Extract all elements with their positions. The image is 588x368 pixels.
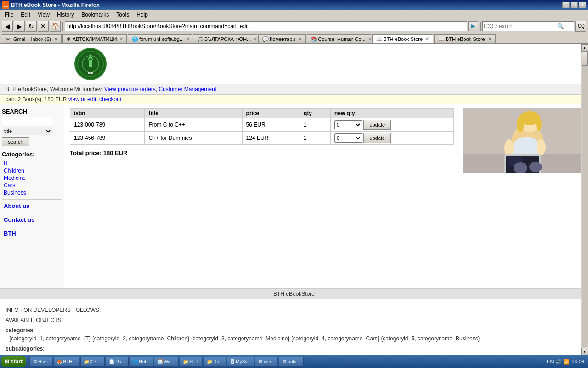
svg-point-12 — [536, 118, 542, 131]
dev-available: AVAILABLE OBJECTS: — [6, 317, 582, 323]
row1-update-button[interactable]: update — [363, 120, 391, 130]
tab-label-course: Course: Human Co... — [318, 36, 366, 42]
taskbar-btn-8[interactable]: 🗄 MySy... — [227, 356, 254, 367]
tab-label-bth2: BTH eBook Store — [446, 36, 485, 42]
table-header-row: isbn title price qty new qty — [70, 109, 454, 118]
taskbar-label-4: Net... — [139, 359, 150, 364]
category-cars[interactable]: Cars — [2, 182, 62, 189]
address-bar[interactable] — [65, 21, 467, 31]
toolbar-separator-1 — [62, 22, 63, 31]
refresh-button[interactable]: ↻ — [26, 21, 37, 32]
about-us-link[interactable]: About us — [2, 199, 62, 210]
taskbar-label-5: Win... — [164, 359, 175, 364]
tab-koment[interactable]: 💬 Коментари ✕ — [258, 34, 306, 43]
back-button[interactable]: ◀ — [2, 21, 13, 32]
tab-close-course[interactable]: ✕ — [368, 36, 371, 41]
taskbar-btn-6[interactable]: 📁 SITE — [180, 356, 203, 367]
taskbar-btn-3[interactable]: 📄 Ro... — [106, 356, 128, 367]
tab-gmail[interactable]: ✉ Gmail - Inbox (6) ✕ — [2, 34, 62, 43]
bth-link[interactable]: BTH — [2, 227, 62, 238]
scrollbar[interactable]: ▲ ▼ — [581, 44, 588, 355]
category-business[interactable]: Business — [2, 189, 62, 196]
bth-logo: BTH — [74, 48, 107, 80]
tab-close-bth-active[interactable]: ✕ — [425, 36, 429, 41]
tab-close-bth2[interactable]: ✕ — [488, 36, 492, 41]
taskbar-icon-8: 🗄 — [230, 359, 235, 364]
row2-new-qty-select[interactable]: 0123 — [334, 133, 362, 143]
tab-bth-active[interactable]: 📖 BTH eBook Store ✕ — [372, 34, 434, 43]
categories-label: Categories: — [2, 151, 62, 158]
icq-button[interactable]: ICQ — [575, 21, 586, 32]
search-text-input[interactable] — [2, 117, 52, 125]
minimize-button[interactable]: _ — [562, 2, 570, 8]
scroll-down-button[interactable]: ▼ — [581, 348, 588, 355]
menu-help[interactable]: Help — [134, 11, 151, 19]
search-button[interactable]: search — [2, 137, 29, 146]
checkout-link[interactable]: checkout — [99, 96, 121, 103]
taskbar-sep-1 — [28, 357, 28, 366]
browser-search-input[interactable] — [484, 23, 557, 29]
tab-bth2[interactable]: 📖 BTH eBook Store ✕ — [434, 34, 496, 43]
taskbar-btn-10[interactable]: 🖥 unhi... — [279, 356, 303, 367]
tab-close-forum[interactable]: ✕ — [187, 36, 190, 41]
row1-new-qty-select[interactable]: 0123 — [334, 120, 362, 129]
category-it[interactable]: IT — [2, 160, 62, 167]
window-controls[interactable]: _ □ ✕ — [562, 2, 586, 8]
window-title: BTH eBook Store - Mozilla Firefox — [11, 2, 100, 8]
svg-point-21 — [529, 162, 542, 172]
menu-view[interactable]: View — [35, 11, 52, 19]
row1-new-qty-cell: 0123 update — [330, 118, 453, 132]
dev-info: INFO FOR DEVELOPERS FOLLOWS: AVAILABLE O… — [0, 299, 588, 357]
forward-button[interactable]: ▶ — [14, 21, 25, 32]
tab-forum[interactable]: 🌐 forum.uni-sofia.bg... ✕ — [128, 34, 192, 43]
taskbar-btn-5[interactable]: 🪟 Win... — [154, 356, 179, 367]
row1-price: 56 EUR — [242, 118, 300, 132]
tab-bg[interactable]: 🎵 БЪЛГАРСКА ФОН... ✕ — [193, 34, 257, 43]
taskbar-btn-7[interactable]: 📁 Do... — [204, 356, 226, 367]
start-button[interactable]: ⊞ start — [1, 356, 26, 367]
stop-button[interactable]: ✕ — [38, 21, 49, 32]
contact-us-link[interactable]: Contact us — [2, 213, 62, 224]
taskbar-btn-9[interactable]: 🖥 con... — [255, 356, 278, 367]
go-button[interactable]: ▶ — [468, 21, 478, 31]
tab-close-bg[interactable]: ✕ — [254, 36, 257, 41]
taskbar-label-6: SITE — [189, 359, 199, 364]
category-children[interactable]: Children — [2, 167, 62, 174]
banner-image — [463, 108, 582, 172]
menu-history[interactable]: History — [54, 11, 77, 19]
close-button[interactable]: ✕ — [579, 2, 586, 8]
taskbar-btn-1[interactable]: 🦊 BTH... — [53, 356, 79, 367]
tab-avto[interactable]: ❄ АВТОКЛИМАТИЦИ ✕ — [62, 34, 127, 43]
taskbar-btn-0[interactable]: 🖥 Hiw... — [29, 356, 52, 367]
taskbar-btn-4[interactable]: 🌐 Net... — [130, 356, 153, 367]
menu-edit[interactable]: Edit — [18, 11, 33, 19]
category-medicine[interactable]: Medicine — [2, 174, 62, 182]
tab-close-avto[interactable]: ✕ — [119, 36, 123, 41]
tab-close-gmail[interactable]: ✕ — [54, 36, 57, 41]
maximize-button[interactable]: □ — [571, 2, 578, 8]
row1-isbn: 123-000-789 — [70, 118, 145, 132]
content-area: BTH BTH eBookStore, Welcome Mr tonchev, … — [0, 44, 588, 357]
address-input[interactable] — [67, 23, 465, 29]
menu-tools[interactable]: Tools — [113, 11, 132, 19]
tab-course[interactable]: 📚 Course: Human Co... ✕ — [307, 34, 371, 43]
scroll-up-button[interactable]: ▲ — [581, 44, 588, 52]
tab-close-koment[interactable]: ✕ — [298, 36, 302, 41]
tab-label-bg: БЪЛГАРСКА ФОН... — [204, 36, 251, 42]
scroll-thumb[interactable] — [582, 52, 588, 66]
cart-info-bar: cart: 2 Book(s), 180 EUR view or edit, c… — [0, 95, 588, 104]
view-orders-link[interactable]: View previous orders — [104, 86, 156, 92]
home-button[interactable]: 🏠 — [50, 21, 61, 32]
menu-file[interactable]: File — [2, 11, 16, 19]
firefox-icon: 🦊 — [2, 1, 9, 9]
menu-bookmarks[interactable]: Bookmarks — [79, 11, 112, 19]
taskbar-clock: 09:08 — [571, 359, 584, 364]
view-edit-link[interactable]: view or edit — [68, 96, 96, 103]
search-type-select[interactable]: title author isbn — [2, 127, 52, 135]
taskbar-btn-2[interactable]: 📁 [27-... — [80, 356, 105, 367]
row2-update-button[interactable]: update — [363, 133, 391, 143]
customer-management-link[interactable]: Customer Management — [159, 86, 216, 92]
taskbar-right: EN 🔊 📶 09:08 — [544, 355, 587, 368]
tabs-bar: ✉ Gmail - Inbox (6) ✕ ❄ АВТОКЛИМАТИЦИ ✕ … — [0, 33, 588, 44]
taskbar-icon-7: 📁 — [207, 359, 212, 364]
